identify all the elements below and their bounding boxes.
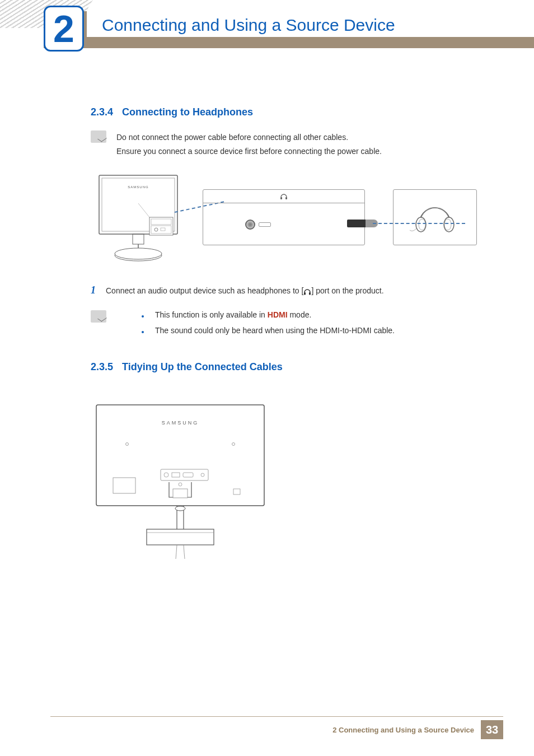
note-line2: Ensure you connect a source device first… [116, 144, 382, 158]
note-icon [91, 310, 106, 323]
chapter-title: Connecting and Using a Source Device [102, 16, 395, 35]
note-line1: Do not connect the power cable before co… [116, 130, 382, 144]
svg-rect-28 [113, 478, 135, 493]
bullet-text: The sound could only be heard when using… [155, 326, 395, 335]
section-title: Tidying Up the Connected Cables [122, 361, 283, 372]
step-number: 1 [91, 284, 96, 296]
port-panel-diagram [203, 189, 365, 245]
connection-diagram-row: SAMSUNG [96, 172, 492, 262]
note-text: Do not connect the power cable before co… [116, 130, 382, 158]
note-block: Do not connect the power cable before co… [91, 130, 492, 158]
svg-point-22 [232, 443, 235, 446]
bullet-item: The sound could only be heard when using… [142, 326, 395, 335]
svg-rect-12 [280, 197, 282, 199]
svg-rect-2 [133, 234, 144, 244]
brand-label: SAMSUNG [128, 185, 148, 189]
step-1-row: 1 Connect an audio output device such as… [91, 284, 492, 296]
headphone-port-icon [280, 193, 288, 200]
bullet-text: This function is only available in HDMI … [155, 310, 311, 319]
headphone-device-diagram [393, 189, 477, 245]
footer: 2 Connecting and Using a Source Device 3… [50, 720, 503, 739]
svg-rect-19 [309, 292, 311, 295]
svg-point-27 [201, 473, 204, 477]
chapter-number-box: 2 [44, 6, 84, 52]
svg-point-30 [179, 483, 182, 486]
section-number: 2.3.4 [91, 106, 113, 118]
svg-rect-6 [149, 217, 173, 235]
footer-text: 2 Connecting and Using a Source Device [332, 726, 474, 734]
section-title: Connecting to Headphones [122, 106, 253, 118]
note-bullet-block: This function is only available in HDMI … [91, 310, 492, 342]
dashed-connector-icon [373, 223, 465, 224]
svg-rect-18 [304, 292, 306, 295]
monitor-side-diagram: SAMSUNG [96, 172, 186, 262]
brand-label: SAMSUNG [162, 420, 199, 426]
svg-rect-26 [183, 473, 193, 477]
svg-rect-31 [173, 489, 188, 498]
svg-line-11 [138, 203, 149, 217]
svg-rect-13 [285, 197, 287, 199]
svg-point-5 [115, 248, 162, 259]
bullet-item: This function is only available in HDMI … [142, 310, 395, 319]
section-heading-234: 2.3.4Connecting to Headphones [91, 106, 492, 118]
monitor-back-diagram: SAMSUNG [91, 399, 270, 562]
svg-rect-35 [147, 529, 214, 545]
svg-rect-29 [233, 489, 240, 494]
bullet-dot-icon [142, 315, 144, 318]
note-icon [91, 130, 106, 143]
chapter-number: 2 [53, 10, 74, 48]
section-heading-235: 2.3.5Tidying Up the Connected Cables [91, 361, 492, 373]
svg-point-34 [175, 506, 185, 511]
svg-point-24 [164, 473, 168, 477]
hdmi-label: HDMI [268, 310, 288, 319]
bullet-dot-icon [142, 331, 144, 333]
svg-rect-25 [172, 473, 180, 477]
page-number: 33 [481, 720, 503, 739]
audio-jack-icon [245, 220, 255, 230]
svg-point-21 [126, 443, 129, 446]
port-slot-icon [259, 222, 271, 227]
headphone-inline-icon [303, 288, 311, 296]
step-text: Connect an audio output device such as h… [106, 286, 384, 295]
section-number: 2.3.5 [91, 361, 113, 372]
footer-divider [50, 716, 503, 717]
